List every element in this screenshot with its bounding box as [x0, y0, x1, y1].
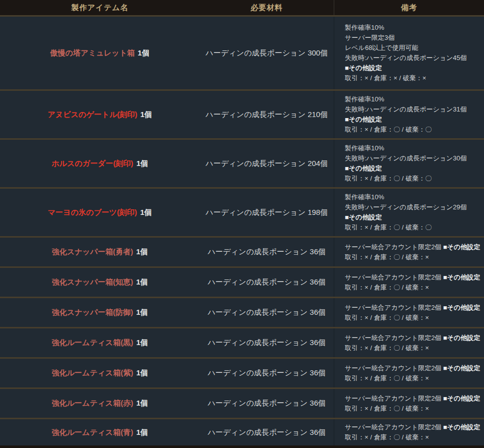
- material-text: ハーディンの成長ポーション 36個: [208, 247, 326, 257]
- item-name: 傲慢の塔アミュレット箱: [50, 48, 135, 58]
- note-line: ■その他設定: [345, 212, 481, 222]
- crafting-table: 製作アイテム名 必要材料 備考 傲慢の塔アミュレット箱1個ハーディンの成長ポーシ…: [0, 0, 484, 448]
- item-name: 強化スナッパー箱(防御): [52, 308, 133, 317]
- note-line: サーバー統合アカウント限定2個 ■その他設定: [345, 242, 481, 252]
- item-quantity: 1個: [136, 277, 148, 287]
- note-text: サーバー統合アカウント限定2個: [345, 273, 443, 281]
- note-text: 取引：× / 倉庫：〇 / 破棄：×: [345, 405, 429, 412]
- notes-cell: 製作確率10%失敗時:ハーディンの成長ポーション29個■その他設定取引：× / …: [334, 189, 484, 236]
- note-text: 取引：× / 倉庫：× / 破棄：×: [345, 74, 426, 82]
- table-row: ホルスのガーダー(刻印)1個ハーディンの成長ポーション 204個製作確率10%失…: [0, 138, 484, 187]
- note-line: サーバー統合アカウント限定2個 ■その他設定: [345, 333, 481, 343]
- material-text: ハーディンの成長ポーション 210個: [206, 110, 328, 120]
- table-header-row: 製作アイテム名 必要材料 備考: [0, 0, 484, 17]
- table-row: 強化スナッパー箱(防御)1個ハーディンの成長ポーション 36個サーバー統合アカウ…: [0, 297, 484, 327]
- note-text: 取引：× / 倉庫：〇 / 破棄：×: [345, 253, 429, 261]
- table-row: 強化ルームティス箱(黒)1個ハーディンの成長ポーション 36個サーバー統合アカウ…: [0, 327, 484, 357]
- column-header-item-name: 製作アイテム名: [0, 0, 200, 15]
- notes-cell: サーバー統合アカウント限定2個 ■その他設定取引：× / 倉庫：〇 / 破棄：×: [334, 359, 484, 387]
- material-text: ハーディンの成長ポーション 36個: [208, 368, 326, 378]
- note-line: 製作確率10%: [345, 23, 481, 33]
- item-name-cell: マーヨの氷のブーツ(刻印)1個: [0, 189, 200, 236]
- notes-cell: サーバー統合アカウント限定2個 ■その他設定取引：× / 倉庫：〇 / 破棄：×: [334, 238, 484, 266]
- note-text: サーバー限定3個: [345, 34, 395, 41]
- material-text: ハーディンの成長ポーション 36個: [208, 428, 326, 437]
- note-text: 製作確率10%: [345, 95, 384, 103]
- note-line: 取引：× / 倉庫：〇 / 破棄：×: [345, 373, 481, 383]
- note-text: ■その他設定: [345, 164, 382, 172]
- table-row: 傲慢の塔アミュレット箱1個ハーディンの成長ポーション 300個製作確率10%サー…: [0, 17, 484, 89]
- material-cell: ハーディンの成長ポーション 36個: [200, 268, 334, 297]
- note-text: 製作確率10%: [345, 24, 384, 31]
- note-line: サーバー限定3個: [345, 33, 481, 43]
- item-name-cell: 強化スナッパー箱(勇者)1個: [0, 238, 200, 266]
- item-quantity: 1個: [136, 428, 148, 437]
- item-name: 強化スナッパー箱(勇者): [52, 247, 133, 257]
- item-name-cell: アヌビスのゲートル(刻印)1個: [0, 91, 200, 138]
- note-text: 取引：× / 倉庫：〇 / 破棄：〇: [345, 126, 432, 133]
- item-name-cell: 強化ルームティス箱(青)1個: [0, 419, 200, 445]
- material-text: ハーディンの成長ポーション 36個: [208, 308, 326, 317]
- note-text: ■その他設定: [443, 273, 480, 281]
- item-name-cell: ホルスのガーダー(刻印)1個: [0, 140, 200, 187]
- item-quantity: 1個: [136, 338, 148, 348]
- table-row: 強化スナッパー箱(知恵)1個ハーディンの成長ポーション 36個サーバー統合アカウ…: [0, 266, 484, 297]
- note-text: サーバー統合アカウント限定2個: [345, 304, 443, 311]
- note-text: 取引：× / 倉庫：〇 / 破棄：〇: [345, 175, 432, 182]
- material-cell: ハーディンの成長ポーション 36個: [200, 359, 334, 387]
- item-name: 強化ルームティス箱(黒): [51, 338, 133, 348]
- material-text: ハーディンの成長ポーション 300個: [206, 48, 328, 58]
- material-cell: ハーディンの成長ポーション 36個: [200, 238, 334, 266]
- note-line: 取引：× / 倉庫：〇 / 破棄：〇: [345, 125, 481, 135]
- note-line: 失敗時:ハーディンの成長ポーション45個: [345, 53, 481, 63]
- notes-cell: 製作確率10%サーバー限定3個レベル68以上で使用可能失敗時:ハーディンの成長ポ…: [334, 17, 484, 89]
- item-name-cell: 強化ルームティス箱(赤)1個: [0, 389, 200, 418]
- note-line: 取引：× / 倉庫：× / 破棄：×: [345, 73, 481, 83]
- note-line: サーバー統合アカウント限定2個 ■その他設定: [345, 394, 481, 404]
- table-row: 強化ルームティス箱(紫)1個ハーディンの成長ポーション 36個サーバー統合アカウ…: [0, 357, 484, 387]
- material-cell: ハーディンの成長ポーション 36個: [200, 389, 334, 418]
- material-text: ハーディンの成長ポーション 198個: [206, 208, 328, 217]
- item-name: 強化ルームティス箱(青): [51, 428, 133, 437]
- note-text: 失敗時:ハーディンの成長ポーション31個: [345, 105, 467, 113]
- item-quantity: 1個: [136, 399, 148, 408]
- note-line: サーバー統合アカウント限定2個 ■その他設定: [345, 422, 481, 432]
- note-line: 失敗時:ハーディンの成長ポーション30個: [345, 153, 481, 163]
- item-name: アヌビスのゲートル(刻印): [47, 110, 137, 120]
- column-header-materials: 必要材料: [200, 0, 334, 15]
- note-line: 取引：× / 倉庫：〇 / 破棄：×: [345, 252, 481, 262]
- table-row: マーヨの氷のブーツ(刻印)1個ハーディンの成長ポーション 198個製作確率10%…: [0, 187, 484, 236]
- table-body: 傲慢の塔アミュレット箱1個ハーディンの成長ポーション 300個製作確率10%サー…: [0, 17, 484, 445]
- item-name: 強化ルームティス箱(赤): [51, 399, 133, 408]
- material-cell: ハーディンの成長ポーション 36個: [200, 419, 334, 445]
- table-row: 強化スナッパー箱(勇者)1個ハーディンの成長ポーション 36個サーバー統合アカウ…: [0, 236, 484, 266]
- item-name-cell: 強化ルームティス箱(紫)1個: [0, 359, 200, 387]
- note-text: ■その他設定: [443, 364, 480, 372]
- note-line: サーバー統合アカウント限定2個 ■その他設定: [345, 303, 481, 313]
- material-cell: ハーディンの成長ポーション 204個: [200, 140, 334, 187]
- note-text: ■その他設定: [345, 213, 382, 221]
- note-line: 取引：× / 倉庫：〇 / 破棄：×: [345, 432, 481, 442]
- note-line: 取引：× / 倉庫：〇 / 破棄：×: [345, 404, 481, 414]
- item-name: マーヨの氷のブーツ(刻印): [48, 208, 137, 217]
- note-line: 取引：× / 倉庫：〇 / 破棄：×: [345, 313, 481, 323]
- material-cell: ハーディンの成長ポーション 198個: [200, 189, 334, 236]
- item-name-cell: 強化スナッパー箱(知恵)1個: [0, 268, 200, 297]
- table-bottom-border: [0, 445, 484, 448]
- notes-cell: 製作確率10%失敗時:ハーディンの成長ポーション30個■その他設定取引：× / …: [334, 140, 484, 187]
- note-line: 製作確率10%: [345, 94, 481, 104]
- note-text: 取引：× / 倉庫：〇 / 破棄：×: [345, 374, 429, 382]
- notes-cell: サーバー統合アカウント限定2個 ■その他設定取引：× / 倉庫：〇 / 破棄：×: [334, 389, 484, 418]
- item-quantity: 1個: [136, 247, 148, 257]
- item-name: ホルスのガーダー(刻印): [51, 159, 133, 169]
- note-line: ■その他設定: [345, 115, 481, 125]
- note-text: 失敗時:ハーディンの成長ポーション30個: [345, 154, 467, 162]
- note-text: ■その他設定: [443, 423, 480, 431]
- notes-cell: サーバー統合アカウント限定2個 ■その他設定取引：× / 倉庫：〇 / 破棄：×: [334, 419, 484, 445]
- note-line: 製作確率10%: [345, 192, 481, 202]
- note-text: サーバー統合アカウント限定2個: [345, 423, 443, 431]
- note-line: 取引：× / 倉庫：〇 / 破棄：〇: [345, 222, 481, 233]
- note-text: ■その他設定: [443, 304, 480, 311]
- item-name-cell: 強化ルームティス箱(黒)1個: [0, 328, 200, 357]
- note-text: 失敗時:ハーディンの成長ポーション29個: [345, 203, 467, 211]
